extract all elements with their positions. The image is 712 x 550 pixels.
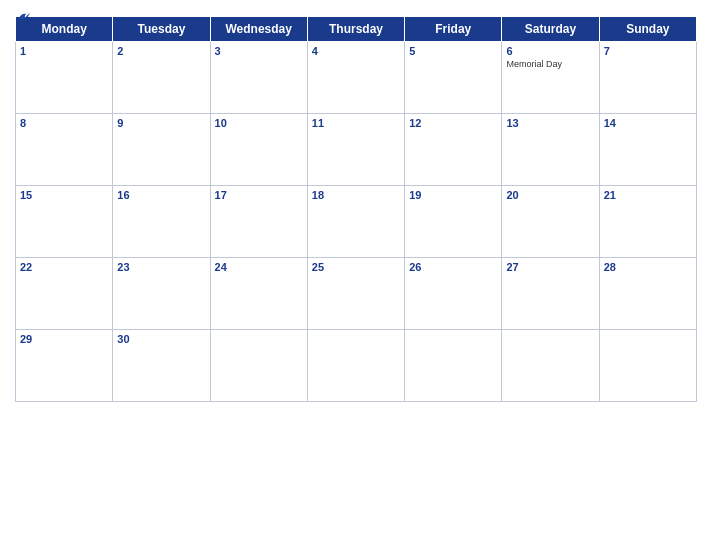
day-number: 27 <box>506 261 594 273</box>
calendar-container: MondayTuesdayWednesdayThursdayFridaySatu… <box>0 0 712 550</box>
calendar-cell <box>599 330 696 402</box>
day-number: 12 <box>409 117 497 129</box>
holiday-label: Memorial Day <box>506 59 594 70</box>
calendar-cell <box>502 330 599 402</box>
calendar-cell <box>405 330 502 402</box>
calendar-cell: 8 <box>16 114 113 186</box>
calendar-cell: 3 <box>210 42 307 114</box>
calendar-cell: 1 <box>16 42 113 114</box>
calendar-cell: 4 <box>307 42 404 114</box>
day-number: 21 <box>604 189 692 201</box>
calendar-cell: 11 <box>307 114 404 186</box>
weekday-header-saturday: Saturday <box>502 17 599 42</box>
weekday-header-sunday: Sunday <box>599 17 696 42</box>
calendar-cell <box>307 330 404 402</box>
day-number: 29 <box>20 333 108 345</box>
calendar-cell: 25 <box>307 258 404 330</box>
calendar-week-row: 891011121314 <box>16 114 697 186</box>
calendar-week-row: 123456Memorial Day7 <box>16 42 697 114</box>
day-number: 23 <box>117 261 205 273</box>
day-number: 14 <box>604 117 692 129</box>
logo <box>15 10 31 22</box>
calendar-cell: 14 <box>599 114 696 186</box>
day-number: 26 <box>409 261 497 273</box>
calendar-cell <box>210 330 307 402</box>
calendar-cell: 24 <box>210 258 307 330</box>
day-number: 25 <box>312 261 400 273</box>
calendar-week-row: 22232425262728 <box>16 258 697 330</box>
weekday-header-tuesday: Tuesday <box>113 17 210 42</box>
day-number: 24 <box>215 261 303 273</box>
calendar-cell: 29 <box>16 330 113 402</box>
calendar-cell: 19 <box>405 186 502 258</box>
weekday-header-friday: Friday <box>405 17 502 42</box>
day-number: 5 <box>409 45 497 57</box>
calendar-cell: 10 <box>210 114 307 186</box>
weekday-header-row: MondayTuesdayWednesdayThursdayFridaySatu… <box>16 17 697 42</box>
day-number: 15 <box>20 189 108 201</box>
calendar-cell: 27 <box>502 258 599 330</box>
calendar-cell: 23 <box>113 258 210 330</box>
day-number: 16 <box>117 189 205 201</box>
day-number: 6 <box>506 45 594 57</box>
calendar-week-row: 2930 <box>16 330 697 402</box>
calendar-cell: 6Memorial Day <box>502 42 599 114</box>
day-number: 8 <box>20 117 108 129</box>
day-number: 11 <box>312 117 400 129</box>
day-number: 20 <box>506 189 594 201</box>
calendar-cell: 21 <box>599 186 696 258</box>
calendar-week-row: 15161718192021 <box>16 186 697 258</box>
calendar-cell: 12 <box>405 114 502 186</box>
day-number: 2 <box>117 45 205 57</box>
calendar-cell: 2 <box>113 42 210 114</box>
calendar-cell: 9 <box>113 114 210 186</box>
day-number: 1 <box>20 45 108 57</box>
logo-bird-icon <box>17 10 31 22</box>
calendar-cell: 7 <box>599 42 696 114</box>
calendar-cell: 5 <box>405 42 502 114</box>
day-number: 19 <box>409 189 497 201</box>
calendar-cell: 16 <box>113 186 210 258</box>
calendar-cell: 20 <box>502 186 599 258</box>
calendar-cell: 22 <box>16 258 113 330</box>
calendar-cell: 15 <box>16 186 113 258</box>
logo-blue-text <box>15 10 31 22</box>
calendar-cell: 18 <box>307 186 404 258</box>
calendar-cell: 30 <box>113 330 210 402</box>
calendar-cell: 28 <box>599 258 696 330</box>
day-number: 7 <box>604 45 692 57</box>
calendar-table: MondayTuesdayWednesdayThursdayFridaySatu… <box>15 16 697 402</box>
day-number: 28 <box>604 261 692 273</box>
weekday-header-wednesday: Wednesday <box>210 17 307 42</box>
day-number: 30 <box>117 333 205 345</box>
day-number: 18 <box>312 189 400 201</box>
day-number: 10 <box>215 117 303 129</box>
calendar-cell: 26 <box>405 258 502 330</box>
calendar-cell: 17 <box>210 186 307 258</box>
day-number: 17 <box>215 189 303 201</box>
day-number: 9 <box>117 117 205 129</box>
calendar-cell: 13 <box>502 114 599 186</box>
day-number: 3 <box>215 45 303 57</box>
weekday-header-thursday: Thursday <box>307 17 404 42</box>
day-number: 13 <box>506 117 594 129</box>
day-number: 22 <box>20 261 108 273</box>
day-number: 4 <box>312 45 400 57</box>
